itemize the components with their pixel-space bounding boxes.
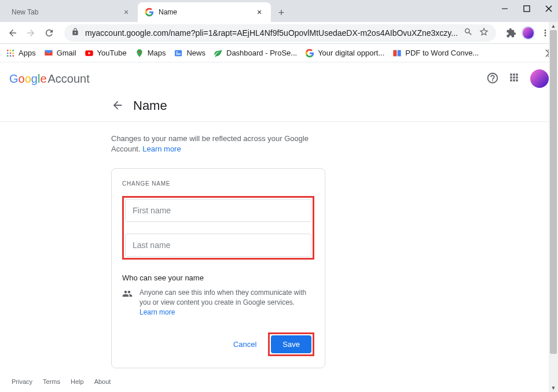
learn-more-link[interactable]: Learn more xyxy=(142,145,181,153)
tab-title: New Tab xyxy=(12,8,117,16)
browser-toolbar: myaccount.google.com/name?pli=1&rapt=AEj… xyxy=(0,22,558,44)
minimize-button[interactable] xyxy=(499,3,511,14)
footer-about[interactable]: About xyxy=(94,378,111,385)
scroll-thumb[interactable] xyxy=(550,30,557,354)
browser-tab-newtab[interactable]: New Tab × xyxy=(5,2,138,22)
svg-rect-17 xyxy=(176,53,181,54)
bookmark-gmail[interactable]: Gmail xyxy=(44,49,76,58)
page-description: Changes to your name will be reflected a… xyxy=(111,134,325,154)
button-row: Cancel Save xyxy=(122,332,314,356)
close-icon[interactable]: × xyxy=(122,8,131,17)
bookmark-label: Maps xyxy=(148,49,166,57)
account-header: GoogleAccount xyxy=(0,62,558,95)
apps-grid-icon[interactable] xyxy=(508,72,522,86)
news-icon xyxy=(174,49,183,58)
scroll-up-arrow[interactable]: ▲ xyxy=(549,22,558,30)
pdf-icon xyxy=(392,49,402,58)
bookmark-label: Your digital opport... xyxy=(318,49,384,57)
address-bar[interactable]: myaccount.google.com/name?pli=1&rapt=AEj… xyxy=(64,24,496,42)
footer-help[interactable]: Help xyxy=(71,378,84,385)
footer: Privacy Terms Help About xyxy=(12,378,111,385)
maximize-button[interactable] xyxy=(521,3,533,14)
bookmark-label: YouTube xyxy=(97,49,127,57)
bookmark-label: Gmail xyxy=(57,49,76,57)
people-icon xyxy=(122,289,133,301)
name-input-group xyxy=(122,196,314,260)
svg-point-9 xyxy=(12,52,14,54)
lock-icon xyxy=(71,28,79,38)
tab-title: Name xyxy=(159,8,250,16)
zoom-icon[interactable] xyxy=(464,27,473,39)
who-text: Anyone can see this info when they commu… xyxy=(140,288,314,317)
change-name-card: CHANGE NAME Who can see your name Anyone… xyxy=(111,168,325,368)
url-text: myaccount.google.com/name?pli=1&rapt=AEj… xyxy=(85,28,458,38)
bookmark-label: News xyxy=(186,49,205,57)
page-title: Name xyxy=(133,98,167,113)
svg-rect-1 xyxy=(524,6,530,12)
svg-point-12 xyxy=(12,55,14,57)
svg-point-5 xyxy=(10,50,12,51)
close-icon[interactable]: × xyxy=(255,8,264,17)
bookmark-pdf-word[interactable]: PDF to Word Conve... xyxy=(392,49,479,58)
content: Changes to your name will be reflected a… xyxy=(0,122,440,368)
svg-point-14 xyxy=(138,51,140,53)
save-button[interactable]: Save xyxy=(271,335,311,353)
star-icon[interactable] xyxy=(479,27,489,39)
google-account-logo[interactable]: GoogleAccount xyxy=(9,72,90,86)
bookmark-youtube[interactable]: YouTube xyxy=(85,49,127,58)
back-button[interactable] xyxy=(5,25,21,41)
close-window-button[interactable] xyxy=(543,3,555,14)
bookmark-maps[interactable]: Maps xyxy=(135,49,166,58)
google-favicon xyxy=(145,8,154,17)
svg-point-4 xyxy=(7,50,9,51)
forward-button[interactable] xyxy=(23,25,39,41)
svg-rect-16 xyxy=(176,51,178,52)
profile-avatar[interactable] xyxy=(522,26,535,40)
svg-point-8 xyxy=(10,52,12,54)
new-tab-button[interactable]: + xyxy=(273,5,289,21)
last-name-input[interactable] xyxy=(125,234,311,257)
browser-tab-name[interactable]: Name × xyxy=(138,2,271,22)
window-controls xyxy=(499,0,555,17)
footer-terms[interactable]: Terms xyxy=(43,378,60,385)
svg-point-7 xyxy=(7,52,9,54)
who-learn-more-link[interactable]: Learn more xyxy=(140,308,175,316)
svg-rect-20 xyxy=(398,50,401,56)
section-label: CHANGE NAME xyxy=(122,180,314,187)
back-arrow-button[interactable] xyxy=(111,99,125,113)
cancel-button[interactable]: Cancel xyxy=(226,335,263,353)
bookmark-news[interactable]: News xyxy=(174,49,205,58)
bookmarks-bar: Apps Gmail YouTube Maps News Dashboard -… xyxy=(0,44,558,62)
help-icon[interactable] xyxy=(486,72,500,86)
bookmark-label: PDF to Word Conve... xyxy=(405,49,479,57)
bookmark-label: Dashboard - ProSe... xyxy=(226,49,297,57)
page-title-row: Name xyxy=(0,95,558,122)
svg-point-11 xyxy=(10,55,12,57)
first-name-input[interactable] xyxy=(125,199,311,222)
footer-privacy[interactable]: Privacy xyxy=(12,378,32,385)
leaf-icon xyxy=(214,49,223,58)
scroll-down-arrow[interactable]: ▼ xyxy=(549,384,558,392)
bookmark-label: Apps xyxy=(19,49,36,57)
browser-tab-bar: New Tab × Name × + xyxy=(0,0,558,22)
who-can-see-section: Who can see your name Anyone can see thi… xyxy=(122,273,314,317)
apps-icon xyxy=(6,49,15,58)
gmail-icon xyxy=(44,49,53,58)
svg-rect-19 xyxy=(394,50,397,56)
scrollbar[interactable]: ▲ ▼ xyxy=(549,22,558,392)
svg-point-6 xyxy=(12,50,14,51)
maps-icon xyxy=(135,49,144,58)
who-title: Who can see your name xyxy=(122,273,314,282)
bookmark-dashboard[interactable]: Dashboard - ProSe... xyxy=(214,49,297,58)
account-avatar[interactable] xyxy=(530,69,549,88)
svg-point-10 xyxy=(7,55,9,57)
bookmark-apps[interactable]: Apps xyxy=(6,49,36,58)
svg-rect-18 xyxy=(176,54,181,55)
google-g-icon xyxy=(305,49,314,58)
bookmark-digital-opport[interactable]: Your digital opport... xyxy=(305,49,384,58)
extensions-icon[interactable] xyxy=(503,25,519,41)
youtube-icon xyxy=(85,49,94,58)
reload-button[interactable] xyxy=(41,25,57,41)
